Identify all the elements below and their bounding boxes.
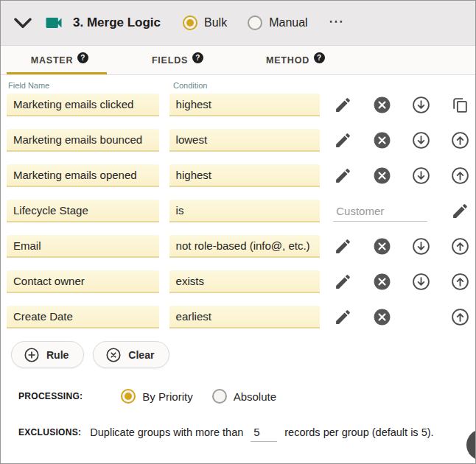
field-name-value: Lifecycle Stage bbox=[13, 204, 88, 217]
move-down-icon[interactable] bbox=[411, 131, 430, 150]
edit-icon[interactable] bbox=[333, 308, 352, 327]
rule-row: Lifecycle Stage is Customer bbox=[7, 200, 469, 222]
copy-icon[interactable] bbox=[450, 96, 469, 115]
x-circle-icon bbox=[105, 347, 122, 363]
clear-button[interactable]: Clear bbox=[93, 341, 169, 368]
field-name-column-label: Field Name bbox=[8, 81, 173, 90]
exclusions-section: EXCLUSIONS: Duplicate groups with more t… bbox=[18, 423, 469, 442]
mode-option-bulk[interactable]: Bulk bbox=[183, 15, 227, 30]
clear-label: Clear bbox=[128, 349, 154, 361]
remove-icon[interactable] bbox=[372, 131, 391, 150]
help-icon[interactable]: ? bbox=[77, 52, 88, 63]
rule-row: Email not role-based (info@, etc.) bbox=[7, 235, 469, 258]
move-up-icon[interactable] bbox=[450, 308, 469, 327]
field-name-input[interactable]: Lifecycle Stage bbox=[7, 200, 159, 222]
condition-value: highest bbox=[176, 98, 211, 110]
condition-input[interactable]: is bbox=[169, 200, 321, 222]
condition-input[interactable]: lowest bbox=[169, 129, 321, 152]
condition-input[interactable]: highest bbox=[169, 164, 321, 187]
processing-option-label: By Priority bbox=[142, 390, 192, 403]
tab-label: MASTER bbox=[31, 55, 74, 66]
field-name-input[interactable]: Marketing emails clicked bbox=[7, 94, 159, 116]
move-down-icon[interactable] bbox=[411, 273, 430, 292]
mode-label: Manual bbox=[269, 16, 307, 29]
edit-icon[interactable] bbox=[450, 202, 469, 221]
edit-icon[interactable] bbox=[333, 237, 352, 256]
condition-value: not role-based (info@, etc.) bbox=[176, 239, 310, 252]
processing-option-absolute[interactable]: Absolute bbox=[212, 389, 276, 404]
move-down-icon[interactable] bbox=[411, 166, 430, 186]
processing-option-by-priority[interactable]: By Priority bbox=[121, 389, 192, 404]
remove-icon[interactable] bbox=[372, 166, 391, 186]
tab-bar: MASTER ? FIELDS ? METHOD ? bbox=[1, 46, 475, 75]
tab-master[interactable]: MASTER ? bbox=[1, 46, 119, 74]
video-camera-icon[interactable] bbox=[43, 12, 66, 34]
remove-icon[interactable] bbox=[372, 96, 391, 115]
row-actions: Customer bbox=[333, 201, 469, 222]
merge-logic-panel: 3. Merge Logic Bulk Manual ⋯ MASTER ? FI… bbox=[0, 0, 476, 464]
mode-option-manual[interactable]: Manual bbox=[248, 15, 307, 30]
exclusions-text-after: records per group (default is 5). bbox=[284, 426, 433, 438]
field-name-input[interactable]: Email bbox=[7, 235, 159, 258]
field-name-value: Contact owner bbox=[13, 275, 85, 287]
move-down-icon[interactable] bbox=[411, 237, 430, 256]
condition-input[interactable]: highest bbox=[169, 94, 321, 116]
remove-icon[interactable] bbox=[372, 237, 391, 256]
exclusions-text-before: Duplicate groups with more than bbox=[90, 426, 243, 438]
exclusions-count-input[interactable] bbox=[251, 423, 277, 442]
radio-by-priority[interactable] bbox=[121, 389, 136, 404]
radio-bulk[interactable] bbox=[183, 15, 197, 30]
radio-absolute[interactable] bbox=[212, 389, 227, 404]
move-up-icon[interactable] bbox=[450, 273, 469, 292]
condition-value: lowest bbox=[176, 133, 208, 146]
edit-icon[interactable] bbox=[333, 273, 352, 292]
tab-label: METHOD bbox=[266, 55, 309, 66]
collapse-chevron-icon[interactable] bbox=[11, 11, 38, 35]
condition-value-input[interactable]: Customer bbox=[333, 201, 427, 222]
condition-input[interactable]: exists bbox=[169, 270, 321, 293]
rule-row: Marketing emails opened highest bbox=[7, 164, 469, 187]
help-icon[interactable]: ? bbox=[192, 52, 203, 63]
move-down-icon[interactable] bbox=[411, 96, 430, 115]
edit-icon[interactable] bbox=[333, 166, 352, 186]
radio-manual[interactable] bbox=[248, 15, 262, 30]
row-actions bbox=[333, 166, 469, 186]
tab-method[interactable]: METHOD ? bbox=[237, 46, 354, 74]
edit-icon[interactable] bbox=[333, 131, 352, 150]
field-name-value: Marketing emails opened bbox=[13, 169, 137, 181]
field-name-input[interactable]: Contact owner bbox=[7, 270, 159, 293]
row-actions bbox=[333, 273, 469, 292]
condition-input[interactable]: not role-based (info@, etc.) bbox=[169, 235, 321, 258]
condition-value: highest bbox=[176, 169, 211, 181]
row-actions bbox=[333, 237, 469, 256]
plus-circle-icon bbox=[24, 347, 40, 363]
rule-row: Create Date earliest bbox=[7, 306, 469, 328]
condition-input[interactable]: earliest bbox=[169, 306, 321, 328]
edit-icon[interactable] bbox=[333, 96, 352, 115]
field-name-value: Marketing emails clicked bbox=[13, 98, 133, 110]
help-icon[interactable]: ? bbox=[314, 52, 325, 63]
value-text: Customer bbox=[336, 205, 384, 217]
row-actions bbox=[333, 131, 469, 150]
add-rule-button[interactable]: Rule bbox=[11, 341, 84, 368]
remove-icon[interactable] bbox=[372, 308, 391, 327]
move-up-icon[interactable] bbox=[450, 237, 469, 256]
action-buttons: Rule Clear bbox=[11, 341, 469, 368]
field-name-input[interactable]: Marketing emails bounced bbox=[7, 129, 159, 152]
rule-row: Marketing emails clicked highest bbox=[7, 94, 469, 116]
condition-value: is bbox=[176, 204, 184, 217]
processing-section: PROCESSING: By Priority Absolute bbox=[18, 389, 469, 404]
remove-icon[interactable] bbox=[372, 273, 391, 292]
move-up-icon[interactable] bbox=[450, 166, 469, 186]
field-name-input[interactable]: Marketing emails opened bbox=[7, 164, 159, 187]
field-name-value: Email bbox=[13, 239, 41, 252]
tab-fields[interactable]: FIELDS ? bbox=[119, 46, 237, 74]
rule-row: Marketing emails bounced lowest bbox=[7, 129, 469, 152]
page-title: 3. Merge Logic bbox=[73, 15, 161, 30]
rule-row: Contact owner exists bbox=[7, 270, 469, 293]
panel-header: 3. Merge Logic Bulk Manual ⋯ bbox=[1, 1, 475, 46]
move-up-icon[interactable] bbox=[450, 131, 469, 150]
more-menu-icon[interactable]: ⋯ bbox=[329, 13, 344, 33]
field-name-input[interactable]: Create Date bbox=[7, 306, 159, 328]
column-labels: Field Name Condition bbox=[8, 81, 469, 90]
